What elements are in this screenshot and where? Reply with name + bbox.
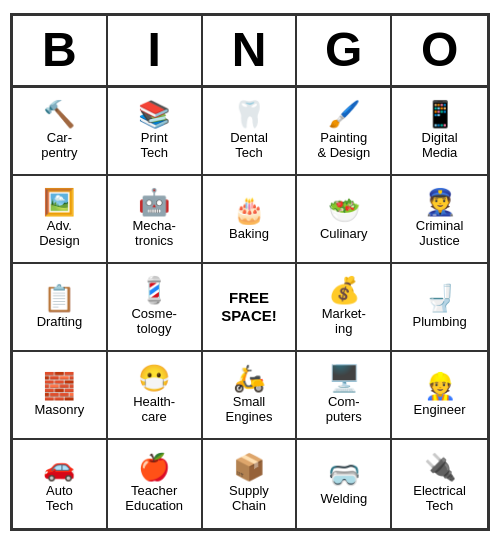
cell-plumbing[interactable]: 🚽Plumbing (392, 264, 487, 352)
cosmetology-icon: 💈 (138, 277, 170, 303)
cell-supply-chain[interactable]: 📦Supply Chain (203, 440, 298, 528)
painting-design-icon: 🖌️ (328, 101, 360, 127)
cell-masonry[interactable]: 🧱Masonry (13, 352, 108, 440)
cell-drafting[interactable]: 📋Drafting (13, 264, 108, 352)
auto-tech-icon: 🚗 (43, 454, 75, 480)
culinary-icon: 🥗 (328, 197, 360, 223)
supply-chain-label: Supply Chain (229, 483, 269, 514)
electrical-tech-icon: 🔌 (424, 454, 456, 480)
baking-icon: 🎂 (233, 197, 265, 223)
masonry-icon: 🧱 (43, 373, 75, 399)
cell-painting-design[interactable]: 🖌️Painting & Design (297, 88, 392, 176)
cell-culinary[interactable]: 🥗Culinary (297, 176, 392, 264)
cell-small-engines[interactable]: 🛵Small Engines (203, 352, 298, 440)
auto-tech-label: Auto Tech (46, 483, 73, 514)
cell-adv-design[interactable]: 🖼️Adv. Design (13, 176, 108, 264)
small-engines-label: Small Engines (226, 394, 273, 425)
engineer-label: Engineer (414, 402, 466, 418)
cell-teacher-education[interactable]: 🍎Teacher Education (108, 440, 203, 528)
teacher-education-label: Teacher Education (125, 483, 183, 514)
dental-tech-icon: 🦷 (233, 101, 265, 127)
baking-label: Baking (229, 226, 269, 242)
healthcare-label: Health- care (133, 394, 175, 425)
free-space-label: FREE SPACE! (221, 289, 277, 325)
cell-cosmetology[interactable]: 💈Cosme- tology (108, 264, 203, 352)
cell-healthcare[interactable]: 😷Health- care (108, 352, 203, 440)
mechatronics-label: Mecha- tronics (133, 218, 176, 249)
criminal-justice-label: Criminal Justice (416, 218, 464, 249)
print-tech-icon: 📚 (138, 101, 170, 127)
mechatronics-icon: 🤖 (138, 189, 170, 215)
engineer-icon: 👷 (424, 373, 456, 399)
plumbing-label: Plumbing (412, 314, 466, 330)
digital-media-label: Digital Media (422, 130, 458, 161)
bingo-letter-g: G (297, 16, 392, 85)
cell-carpentry[interactable]: 🔨Car- pentry (13, 88, 108, 176)
drafting-icon: 📋 (43, 285, 75, 311)
teacher-education-icon: 🍎 (138, 454, 170, 480)
cell-criminal-justice[interactable]: 👮Criminal Justice (392, 176, 487, 264)
cell-computers[interactable]: 🖥️Com- puters (297, 352, 392, 440)
marketing-label: Market- ing (322, 306, 366, 337)
masonry-label: Masonry (34, 402, 84, 418)
electrical-tech-label: Electrical Tech (413, 483, 466, 514)
cell-baking[interactable]: 🎂Baking (203, 176, 298, 264)
plumbing-icon: 🚽 (424, 285, 456, 311)
dental-tech-label: Dental Tech (230, 130, 268, 161)
cell-engineer[interactable]: 👷Engineer (392, 352, 487, 440)
cell-free-space[interactable]: FREE SPACE! (203, 264, 298, 352)
culinary-label: Culinary (320, 226, 368, 242)
print-tech-label: Print Tech (140, 130, 167, 161)
bingo-grid: 🔨Car- pentry📚Print Tech🦷Dental Tech🖌️Pai… (13, 88, 487, 528)
cell-marketing[interactable]: 💰Market- ing (297, 264, 392, 352)
computers-icon: 🖥️ (328, 365, 360, 391)
drafting-label: Drafting (37, 314, 83, 330)
cell-digital-media[interactable]: 📱Digital Media (392, 88, 487, 176)
cell-mechatronics[interactable]: 🤖Mecha- tronics (108, 176, 203, 264)
cosmetology-label: Cosme- tology (131, 306, 177, 337)
carpentry-label: Car- pentry (41, 130, 77, 161)
bingo-letter-b: B (13, 16, 108, 85)
welding-label: Welding (320, 491, 367, 507)
cell-dental-tech[interactable]: 🦷Dental Tech (203, 88, 298, 176)
adv-design-icon: 🖼️ (43, 189, 75, 215)
adv-design-label: Adv. Design (39, 218, 79, 249)
bingo-letter-i: I (108, 16, 203, 85)
marketing-icon: 💰 (328, 277, 360, 303)
bingo-card: BINGO 🔨Car- pentry📚Print Tech🦷Dental Tec… (10, 13, 490, 531)
welding-icon: 🥽 (328, 462, 360, 488)
cell-electrical-tech[interactable]: 🔌Electrical Tech (392, 440, 487, 528)
digital-media-icon: 📱 (424, 101, 456, 127)
small-engines-icon: 🛵 (233, 365, 265, 391)
bingo-header: BINGO (13, 16, 487, 88)
cell-auto-tech[interactable]: 🚗Auto Tech (13, 440, 108, 528)
painting-design-label: Painting & Design (317, 130, 370, 161)
healthcare-icon: 😷 (138, 365, 170, 391)
cell-welding[interactable]: 🥽Welding (297, 440, 392, 528)
bingo-letter-o: O (392, 16, 487, 85)
supply-chain-icon: 📦 (233, 454, 265, 480)
carpentry-icon: 🔨 (43, 101, 75, 127)
cell-print-tech[interactable]: 📚Print Tech (108, 88, 203, 176)
bingo-letter-n: N (203, 16, 298, 85)
computers-label: Com- puters (326, 394, 362, 425)
criminal-justice-icon: 👮 (424, 189, 456, 215)
